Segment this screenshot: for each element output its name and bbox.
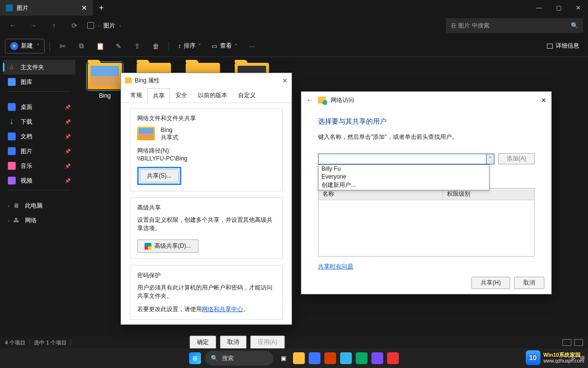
sort-button[interactable]: ↕ 排序 ˅ <box>174 39 205 53</box>
add-button[interactable]: 添加(A) <box>498 153 535 164</box>
close-icon[interactable]: ✕ <box>541 97 546 104</box>
sidebar-item-gallery[interactable]: 图库 <box>3 75 75 89</box>
copy-button[interactable]: ⧉ <box>74 38 89 54</box>
network-center-link[interactable]: 网络和共享中心 <box>202 306 243 313</box>
pin-icon: 📌 <box>65 178 71 184</box>
dropdown-option[interactable]: Everyone <box>318 173 489 181</box>
taskbar-app-icon[interactable] <box>293 352 305 364</box>
tab-sharing[interactable]: 共享 <box>147 88 170 103</box>
dialog-titlebar[interactable]: Bing 属性 ✕ <box>121 73 292 88</box>
view-label: 查看 <box>220 42 232 50</box>
share-button-highlight: 共享(S)... <box>137 167 181 185</box>
user-input[interactable] <box>318 154 486 164</box>
search-label: 搜索 <box>222 354 234 363</box>
cut-button[interactable]: ✄ <box>55 38 71 54</box>
pictures-icon <box>6 4 13 11</box>
tab-security[interactable]: 安全 <box>170 88 193 103</box>
sidebar-item-desktop[interactable]: 桌面 📌 <box>3 100 75 114</box>
password-line2-pre: 若要更改此设置，请使用 <box>137 306 202 313</box>
view-details-button[interactable] <box>563 339 571 346</box>
dropdown-option[interactable]: 创建新用户... <box>318 181 489 190</box>
forward-button[interactable]: → <box>25 18 41 33</box>
folder-icon <box>88 63 122 89</box>
minimize-button[interactable]: — <box>529 0 549 16</box>
sidebar-item-videos[interactable]: 视频 📌 <box>3 173 75 188</box>
section-network-share: 网络文件和文件夹共享 Bing 共享式 网络路径(N): \\BILLYFU-P… <box>130 108 283 191</box>
pc-icon: 🖥 <box>12 202 20 210</box>
watermark-line2: www.qdhuajin.com <box>543 358 584 364</box>
taskbar-app-icon[interactable] <box>309 352 320 364</box>
start-button[interactable]: ⊞ <box>189 352 201 364</box>
sidebar-item-network[interactable]: › 🖧 网络 <box>3 213 75 228</box>
sidebar-item-pictures[interactable]: 图片 📌 <box>3 144 75 158</box>
view-button[interactable]: ▭ 查看 ˅ <box>208 39 241 53</box>
details-toggle[interactable]: 详细信息 <box>543 42 583 50</box>
sidebar-item-documents[interactable]: 文档 📌 <box>3 129 75 144</box>
refresh-button[interactable]: ⟳ <box>67 18 82 33</box>
documents-icon <box>8 132 16 140</box>
close-icon[interactable]: ✕ <box>282 77 288 84</box>
task-view-button[interactable]: ▣ <box>277 352 289 364</box>
section-password: 密码保护 用户必须具有此计算机的用户帐户和密码，才能访问共享文件夹。 若要更改此… <box>130 265 283 320</box>
paste-button[interactable]: 📋 <box>92 38 108 54</box>
new-tab-button[interactable]: + <box>93 3 109 12</box>
pin-icon: 📌 <box>65 149 71 154</box>
close-window-button[interactable]: ✕ <box>568 0 588 16</box>
tab-customize[interactable]: 自定义 <box>233 88 261 103</box>
cancel-button[interactable]: 取消 <box>220 336 246 349</box>
more-button[interactable]: ··· <box>244 38 260 54</box>
tab-general[interactable]: 常规 <box>125 88 147 103</box>
folder-item[interactable]: Bing <box>86 63 123 99</box>
user-combobox[interactable]: ˅ <box>318 154 494 164</box>
breadcrumb[interactable]: › 图片 › <box>87 22 441 30</box>
pictures-icon <box>8 147 16 155</box>
taskbar-app-icon[interactable] <box>387 352 399 364</box>
taskbar-search[interactable]: 🔍 搜索 <box>205 351 273 366</box>
taskbar-app-icon[interactable] <box>371 352 383 364</box>
delete-button[interactable]: 🗑 <box>148 38 164 54</box>
taskbar-app-icon[interactable] <box>340 352 352 364</box>
toolbar: + 新建 ˅ ✄ ⧉ 📋 ✎ ⇪ 🗑 ↕ 排序 ˅ ▭ 查看 ˅ ··· 详细信… <box>0 35 588 57</box>
search-input[interactable]: 在 图片 中搜索 🔍 <box>446 18 583 33</box>
password-line2-post: 。 <box>243 306 249 313</box>
ok-button[interactable]: 确定 <box>190 336 216 349</box>
netpath-value: \\BILLYFU-PC\Bing <box>137 155 275 162</box>
sidebar-item-thispc[interactable]: › 🖥 此电脑 <box>3 198 75 213</box>
dropdown-option[interactable]: Billy Fu <box>318 165 489 173</box>
back-button[interactable]: ← <box>5 18 21 33</box>
share-button[interactable]: 共享(H) <box>471 277 510 289</box>
apply-button[interactable]: 应用(A) <box>250 336 285 349</box>
view-icons-button[interactable] <box>574 339 583 346</box>
help-link[interactable]: 共享时有问题 <box>318 263 353 271</box>
chevron-right-icon: › <box>98 23 99 28</box>
sidebar-item-home[interactable]: ⌂ 主文件夹 <box>3 60 75 75</box>
sidebar-item-downloads[interactable]: ⭳ 下载 📌 <box>3 114 75 129</box>
tab-title: 图片 <box>17 4 28 12</box>
sidebar-item-label: 网络 <box>25 216 37 225</box>
maximize-button[interactable]: ▢ <box>549 0 568 16</box>
tab-close-icon[interactable]: ✕ <box>81 4 87 12</box>
sidebar-item-music[interactable]: 音乐 📌 <box>3 158 75 173</box>
share-button[interactable]: 共享(S)... <box>140 169 179 183</box>
tab-pictures[interactable]: 图片 ✕ <box>0 0 93 16</box>
chevron-down-icon[interactable]: ˅ <box>486 154 494 164</box>
chevron-right-icon: › <box>119 23 121 28</box>
user-dropdown: Billy Fu Everyone 创建新用户... <box>318 164 490 190</box>
share-button[interactable]: ⇪ <box>129 38 145 54</box>
taskbar-app-icon[interactable] <box>356 352 368 364</box>
folder-icon <box>125 78 132 83</box>
crumb-pictures[interactable]: 图片 <box>103 22 115 30</box>
dialog-button-row: 共享(H) 取消 <box>471 277 544 289</box>
new-button[interactable]: + 新建 ˅ <box>5 39 45 53</box>
tab-previous[interactable]: 以前的版本 <box>193 88 233 103</box>
taskbar-app-icon[interactable] <box>324 352 336 364</box>
sidebar-item-label: 音乐 <box>21 162 32 170</box>
cancel-button[interactable]: 取消 <box>514 277 544 289</box>
network-share-icon <box>318 97 326 104</box>
back-button[interactable]: ← <box>306 96 313 104</box>
sidebar-item-label: 主文件夹 <box>21 63 44 72</box>
section-advanced-share: 高级共享 设置自定义权限，创建多个共享，并设置其他高级共享选项。 高级共享(D)… <box>130 197 283 259</box>
up-button[interactable]: ↑ <box>46 18 62 33</box>
advanced-share-button[interactable]: 高级共享(D)... <box>137 239 198 253</box>
rename-button[interactable]: ✎ <box>111 38 126 54</box>
